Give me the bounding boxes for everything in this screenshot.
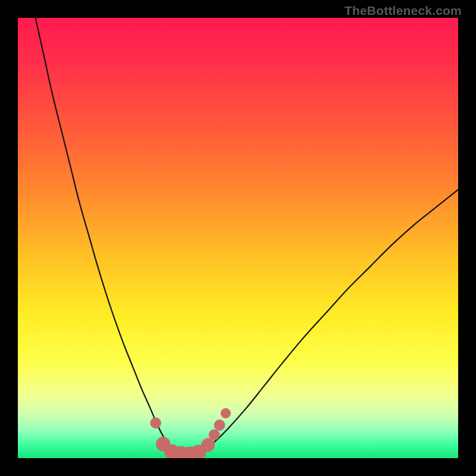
chart-container: TheBottleneck.com [0, 0, 476, 476]
marker-dot [202, 439, 215, 452]
curve-layer [18, 18, 458, 458]
marker-dot [209, 430, 220, 440]
marker-dot [214, 420, 225, 431]
trough-markers [151, 408, 231, 458]
plot-area [18, 18, 458, 458]
v-curve [36, 18, 458, 456]
watermark-label: TheBottleneck.com [345, 4, 462, 18]
marker-dot [151, 418, 161, 428]
marker-dot [221, 408, 230, 418]
